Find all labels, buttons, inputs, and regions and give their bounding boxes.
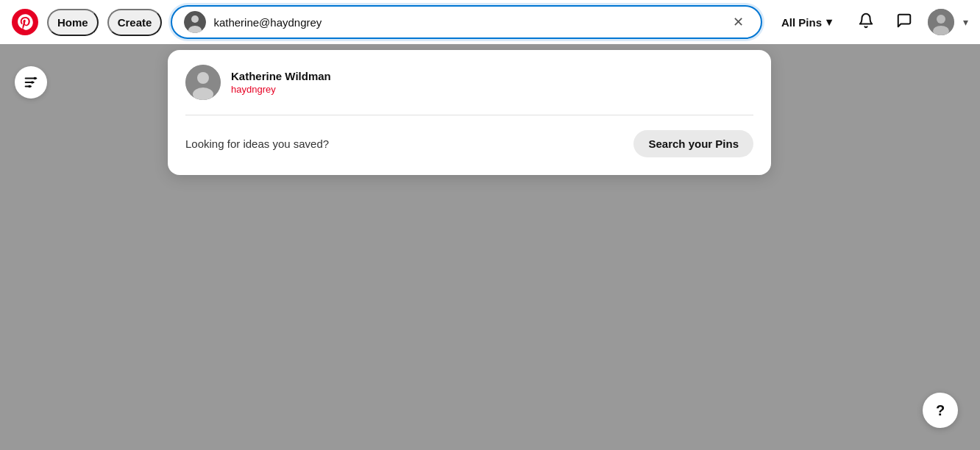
search-input[interactable] [213, 16, 721, 29]
search-person-icon [184, 11, 206, 33]
svg-point-5 [937, 15, 945, 24]
search-your-pins-button[interactable]: Search your Pins [633, 130, 753, 157]
svg-point-2 [191, 15, 199, 23]
search-bar: ✕ [171, 5, 762, 39]
svg-point-11 [31, 81, 34, 84]
user-suggestion-item[interactable]: Katherine Wildman haydngrey [185, 65, 753, 115]
search-dropdown: Katherine Wildman haydngrey Looking for … [168, 50, 771, 175]
all-pins-chevron-icon: ▾ [826, 15, 832, 29]
svg-point-0 [12, 9, 38, 35]
help-button[interactable]: ? [923, 393, 958, 428]
search-pins-prompt-text: Looking for ideas you saved? [185, 138, 329, 150]
suggestion-username: haydngrey [231, 84, 331, 95]
user-avatar-button[interactable] [928, 9, 954, 35]
svg-point-12 [28, 85, 31, 88]
svg-point-10 [34, 77, 37, 80]
search-pins-row: Looking for ideas you saved? Search your… [185, 130, 753, 157]
help-icon: ? [936, 402, 945, 419]
clear-icon: ✕ [733, 14, 744, 30]
svg-point-14 [197, 72, 209, 84]
suggestion-info: Katherine Wildman haydngrey [231, 70, 331, 95]
all-pins-label: All Pins [781, 16, 822, 29]
suggestion-name: Katherine Wildman [231, 70, 331, 82]
navbar: Home Create ✕ All Pins ▾ [0, 0, 980, 44]
search-bar-wrapper: ✕ [171, 5, 762, 39]
pinterest-logo[interactable] [12, 9, 38, 35]
filter-button[interactable] [15, 66, 47, 99]
message-icon [896, 12, 912, 32]
bell-icon [858, 12, 874, 32]
home-nav-link[interactable]: Home [47, 9, 99, 36]
notifications-button[interactable] [851, 7, 881, 37]
dropdown-divider [185, 115, 753, 115]
suggestion-avatar [185, 65, 221, 100]
messages-button[interactable] [890, 7, 919, 37]
clear-search-button[interactable]: ✕ [728, 12, 749, 32]
all-pins-button[interactable]: All Pins ▾ [771, 10, 842, 35]
create-nav-link[interactable]: Create [107, 9, 163, 36]
user-menu-chevron-icon[interactable]: ▾ [963, 16, 968, 28]
